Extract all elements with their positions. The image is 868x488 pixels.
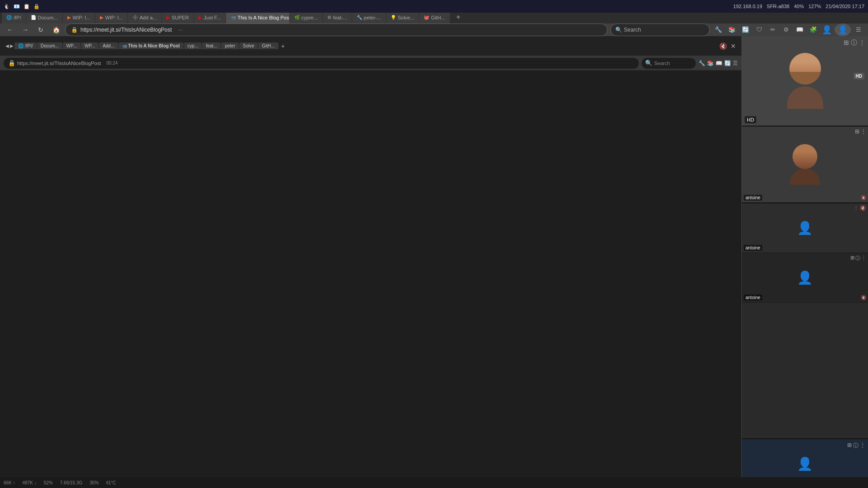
tab-solve[interactable]: 💡 Solve... (386, 13, 419, 23)
sidebar-p3-label: antoine (744, 294, 762, 300)
inner-nav-forward[interactable]: ▶ (10, 43, 14, 48)
tab-wip2[interactable]: ▶ WIP: I... (95, 13, 127, 23)
sidebar-p3-controls: ⊞ ⓘ ⋮ (850, 255, 866, 262)
inner-url: https://meet.jit.si/ThisIsANiceBlogPost (17, 61, 101, 66)
os-topbar-left: 🐧 📧 📋 🔒 (4, 4, 40, 9)
inner-lock-icon: 🔒 (8, 60, 15, 66)
tab-label-cypress: cypre... (302, 15, 318, 20)
inner-tab-jitsi-active[interactable]: 📹 This Is A Nice Blog Post (118, 42, 183, 49)
tab-feat[interactable]: ⚙ feat-... (323, 13, 352, 23)
sidebar-grid-icon[interactable]: ⊞ (844, 39, 849, 47)
new-tab-button[interactable]: + (452, 13, 465, 23)
edit-icon[interactable]: ✏ (767, 24, 778, 36)
sidebar-p3-info[interactable]: ⓘ (855, 255, 860, 262)
sidebar-participant-3: 👤 antoine ⊞ ⓘ ⋮ 🔇 (742, 253, 868, 303)
inner-tab-docum[interactable]: Docum... (37, 42, 62, 49)
forward-button[interactable]: → (19, 23, 32, 36)
tools-icon[interactable]: 🔧 (712, 24, 724, 36)
inner-tab-cyp[interactable]: cyp... (184, 42, 202, 49)
sidebar-info-icon[interactable]: ⓘ (851, 39, 857, 47)
sidebar-p2-dots[interactable]: ⋮ (854, 205, 859, 211)
tab-cypress[interactable]: 🌿 cypre... (290, 13, 322, 23)
search-bar[interactable]: 🔍 Search (610, 23, 710, 36)
home-button[interactable]: 🏠 (50, 23, 62, 36)
sidebar-p1-grid[interactable]: ⊞ (855, 128, 859, 135)
inner-bookmark-icon[interactable]: 📚 (707, 60, 714, 66)
tab-label-docum: Docum... (38, 15, 58, 20)
inner-tab-peter[interactable]: peter (221, 42, 239, 49)
inner-reader-icon[interactable]: 📖 (716, 60, 722, 66)
inner-tab-feat[interactable]: feat... (202, 42, 221, 49)
tab-add[interactable]: ➕ Add a... (128, 13, 161, 23)
sync-icon[interactable]: 🔄 (740, 24, 751, 36)
status-left-2: 487K ↓ (23, 480, 37, 485)
sidebar-p1-mic: 🔇 (861, 194, 866, 201)
inner-sync-icon[interactable]: 🔄 (724, 60, 731, 66)
tab-label-peter: peter-... (364, 15, 381, 20)
self-grid-icon[interactable]: ⊞ (847, 442, 852, 450)
sidebar-p2-controls: ⋮ 🔇 (854, 205, 866, 211)
url-display: https://meet.jit.si/ThisIsANiceBlogPost (80, 27, 172, 33)
tab-super[interactable]: ▶ SUPER (162, 13, 193, 23)
sidebar-p2-mic-icon: 🔇 (860, 205, 866, 211)
inner-search-bar[interactable]: 🔍 Search (642, 58, 696, 69)
avatar-icon[interactable]: 👤 (821, 24, 833, 36)
inner-search-label: Search (654, 61, 670, 66)
inner-addressbar-row: 🔒 https://meet.jit.si/ThisIsANiceBlogPos… (0, 56, 741, 70)
sidebar-more-icon[interactable]: ⋮ (859, 39, 865, 47)
tab-ip[interactable]: 🌐 /IP/ (2, 13, 26, 23)
shield-icon[interactable]: 🛡 (753, 24, 765, 36)
inner-tab-wip2[interactable]: WP... (81, 42, 99, 49)
inner-tab-item[interactable]: 🌐/IPI/ (14, 42, 37, 49)
tab-jitsi-main[interactable]: 📹 This Is A Nice Blog Post ✕ (226, 13, 289, 23)
close-tab-icon[interactable]: ✕ (731, 42, 736, 50)
inner-tab-solve[interactable]: Solve (239, 42, 258, 49)
os-icon4: 🔒 (33, 4, 40, 9)
inner-nav-back[interactable]: ◀ (5, 43, 9, 48)
tab-label-add: Add a... (140, 15, 157, 20)
reader-icon[interactable]: 📖 (794, 24, 806, 36)
person-chin (789, 72, 821, 84)
back-button[interactable]: ← (4, 23, 16, 36)
self-view-icon: 👤 (797, 456, 813, 471)
main-content: ◀ ▶ 🌐/IPI/ Docum... WP... WP... Add... 📹… (0, 36, 868, 488)
browser-tabs: 🌐 /IP/ 📄 Docum... ▶ WIP: I... ▶ WIP: I..… (0, 13, 868, 23)
hd-badge: HD (854, 73, 864, 80)
tab-just[interactable]: ▶ Just F... (194, 13, 226, 23)
tab-github[interactable]: 🐙 GitH... (419, 13, 449, 23)
bottom-statusbar: 66K ↑ 487K ↓ 52% 7.66/15.3G 35% 41°C (0, 477, 868, 488)
right-sidebar: HD ⊞ ⓘ ⋮ HD (741, 36, 868, 488)
mute-tab-icon[interactable]: 🔇 (719, 42, 727, 50)
tab-wip1[interactable]: ▶ WIP: I... (63, 13, 95, 23)
user-avatar[interactable]: 👤 (835, 23, 851, 36)
inner-address-bar[interactable]: 🔒 https://meet.jit.si/ThisIsANiceBlogPos… (4, 58, 639, 69)
more-options-icon: ··· (178, 27, 183, 33)
sidebar-p1-more[interactable]: ⋮ (861, 128, 866, 135)
inner-tab-github[interactable]: GitH... (258, 42, 278, 49)
tab-peter[interactable]: 🔧 peter-... (352, 13, 386, 23)
tab-label-super: SUPER (172, 15, 189, 20)
inner-tool-icon[interactable]: 🔧 (698, 60, 705, 66)
new-tab-inner-button[interactable]: + (279, 42, 287, 50)
dev-icon[interactable]: ⚙ (780, 24, 792, 36)
extension-icon[interactable]: 🧩 (807, 24, 819, 36)
self-more-icon[interactable]: ⋮ (860, 442, 865, 450)
status-left-1: 66K ↑ (4, 480, 15, 485)
tab-label-wip1: WIP: I... (73, 15, 90, 20)
sidebar-p3-dots[interactable]: ⋮ (861, 255, 866, 262)
inner-tab-add[interactable]: Add... (99, 42, 118, 49)
jitsi-header: ◀ ▶ 🌐/IPI/ Docum... WP... WP... Add... 📹… (0, 36, 741, 56)
ip-display: 192.168.0.19 (733, 4, 762, 9)
inner-timer: 00:24 (106, 61, 118, 66)
self-info-icon[interactable]: ⓘ (853, 442, 859, 450)
inner-tab-wip[interactable]: WP... (63, 42, 80, 49)
tab-docum[interactable]: 📄 Docum... (26, 13, 62, 23)
person-body (787, 86, 823, 109)
reload-button[interactable]: ↻ (34, 23, 47, 36)
address-bar[interactable]: 🔒 https://meet.jit.si/ThisIsANiceBlogPos… (65, 23, 608, 36)
menu-icon[interactable]: ☰ (853, 24, 864, 36)
sidebar-p2-label: antoine (744, 244, 762, 251)
inner-menu-icon[interactable]: ☰ (733, 60, 738, 66)
bookmark-icon[interactable]: 📚 (726, 24, 738, 36)
sidebar-p3-grid[interactable]: ⊞ (850, 255, 854, 262)
